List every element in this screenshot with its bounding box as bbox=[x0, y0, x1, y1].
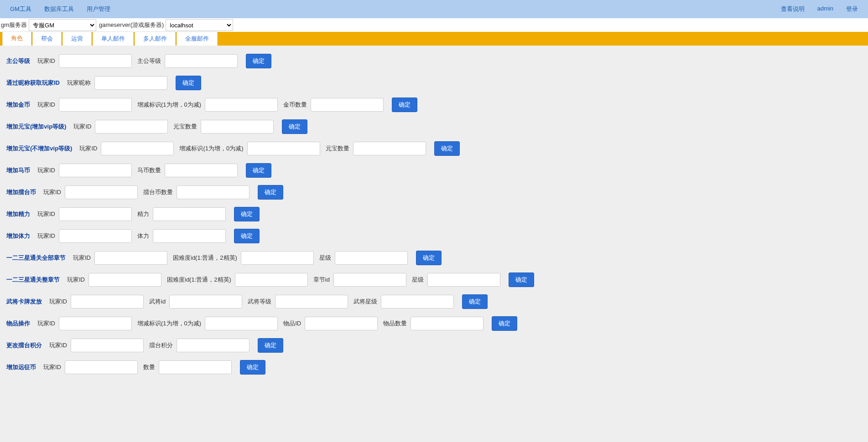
field-input-10-3[interactable] bbox=[427, 273, 500, 287]
form-row-1: 通过昵称获取玩家ID玩家昵称确定 bbox=[6, 76, 862, 90]
confirm-button[interactable]: 确定 bbox=[240, 360, 265, 375]
nav-right: 查看说明 admin 登录 bbox=[774, 0, 864, 18]
game-server-select[interactable]: localhsot bbox=[166, 19, 233, 31]
field-label: 主公等级 bbox=[137, 57, 161, 65]
field-input-13-1[interactable] bbox=[177, 339, 249, 352]
server-bar: gm服务器 专服GM gameserver(游戏服务器) localhsot bbox=[0, 18, 868, 32]
confirm-button[interactable]: 确定 bbox=[434, 141, 460, 156]
field-input-2-2[interactable] bbox=[311, 98, 384, 112]
field-input-14-0[interactable] bbox=[65, 360, 138, 374]
field-input-11-0[interactable] bbox=[71, 295, 144, 308]
field-label: 精力 bbox=[137, 210, 149, 218]
field-input-5-1[interactable] bbox=[165, 164, 238, 177]
field-label: 玩家ID bbox=[37, 101, 55, 109]
field-input-8-1[interactable] bbox=[153, 229, 226, 243]
nav-login[interactable]: 登录 bbox=[840, 0, 864, 18]
field-label: 增减标识(1为增，0为减) bbox=[179, 144, 243, 153]
confirm-button[interactable]: 确定 bbox=[246, 163, 271, 178]
nav-gm-tools[interactable]: GM工具 bbox=[4, 0, 38, 18]
tab-3[interactable]: 单人邮件 bbox=[93, 31, 134, 46]
confirm-button[interactable]: 确定 bbox=[282, 119, 307, 134]
form-row-4: 增加元宝(不增加vip等级)玩家ID增减标识(1为增，0为减)元宝数量确定 bbox=[6, 141, 862, 156]
row-title: 增加马币 bbox=[6, 166, 30, 175]
tab-2[interactable]: 运营 bbox=[62, 31, 92, 46]
field-label: 擂台币数量 bbox=[143, 188, 173, 196]
field-input-0-1[interactable] bbox=[165, 54, 238, 68]
field-input-9-2[interactable] bbox=[335, 251, 408, 265]
gm-server-label: gm服务器 bbox=[0, 21, 27, 29]
form-row-7: 增加精力玩家ID精力确定 bbox=[6, 207, 862, 221]
row-title: 通过昵称获取玩家ID bbox=[6, 79, 60, 87]
field-input-12-2[interactable] bbox=[305, 317, 378, 330]
field-label: 元宝数量 bbox=[173, 123, 197, 131]
tab-0[interactable]: 角色 bbox=[2, 31, 31, 46]
field-label: 物品数量 bbox=[383, 319, 407, 328]
field-input-0-0[interactable] bbox=[59, 54, 132, 68]
field-input-12-0[interactable] bbox=[59, 317, 132, 330]
tab-5[interactable]: 全服邮件 bbox=[177, 31, 218, 46]
field-input-13-0[interactable] bbox=[71, 339, 144, 352]
field-input-4-1[interactable] bbox=[247, 142, 320, 155]
row-title: 武将卡牌发放 bbox=[6, 298, 42, 306]
nav-user-mgmt[interactable]: 用户管理 bbox=[80, 0, 117, 18]
field-input-5-0[interactable] bbox=[59, 164, 132, 177]
field-label: 玩家ID bbox=[43, 363, 61, 371]
field-label: 玩家ID bbox=[73, 254, 91, 262]
field-label: 困难度id(1:普通，2精英) bbox=[173, 254, 237, 262]
confirm-button[interactable]: 确定 bbox=[246, 54, 271, 68]
field-input-10-1[interactable] bbox=[235, 273, 308, 287]
form-row-8: 增加体力玩家ID体力确定 bbox=[6, 229, 862, 243]
field-input-10-2[interactable] bbox=[333, 273, 406, 287]
row-title: 一二三星通关整章节 bbox=[6, 276, 60, 284]
field-input-8-0[interactable] bbox=[59, 229, 132, 243]
field-input-3-1[interactable] bbox=[201, 120, 274, 134]
field-input-4-0[interactable] bbox=[101, 142, 174, 155]
field-label: 玩家ID bbox=[43, 188, 61, 196]
confirm-button[interactable]: 确定 bbox=[509, 272, 534, 287]
confirm-button[interactable]: 确定 bbox=[392, 98, 417, 112]
gm-server-select[interactable]: 专服GM bbox=[29, 19, 96, 31]
confirm-button[interactable]: 确定 bbox=[258, 185, 283, 200]
confirm-button[interactable]: 确定 bbox=[234, 207, 260, 221]
confirm-button[interactable]: 确定 bbox=[176, 76, 201, 90]
confirm-button[interactable]: 确定 bbox=[234, 229, 260, 243]
field-input-12-1[interactable] bbox=[205, 317, 278, 330]
tab-1[interactable]: 帮会 bbox=[32, 31, 62, 46]
field-input-6-0[interactable] bbox=[65, 185, 138, 199]
field-input-14-1[interactable] bbox=[159, 360, 232, 374]
nav-admin[interactable]: admin bbox=[811, 0, 840, 18]
confirm-button[interactable]: 确定 bbox=[492, 316, 517, 331]
nav-left: GM工具 数据库工具 用户管理 bbox=[4, 0, 117, 18]
field-input-3-0[interactable] bbox=[95, 120, 168, 134]
confirm-button[interactable]: 确定 bbox=[416, 251, 442, 265]
field-input-4-2[interactable] bbox=[353, 142, 426, 155]
field-input-6-1[interactable] bbox=[177, 185, 249, 199]
confirm-button[interactable]: 确定 bbox=[258, 338, 283, 353]
field-input-12-3[interactable] bbox=[411, 317, 483, 330]
field-input-9-1[interactable] bbox=[241, 251, 314, 265]
field-label: 元宝数量 bbox=[326, 144, 349, 153]
nav-db-tools[interactable]: 数据库工具 bbox=[38, 0, 80, 18]
field-input-11-1[interactable] bbox=[169, 295, 242, 308]
row-title: 增加体力 bbox=[6, 232, 30, 240]
form-row-10: 一二三星通关整章节玩家ID困难度id(1:普通，2精英)章节id星级确定 bbox=[6, 272, 862, 287]
field-input-7-0[interactable] bbox=[59, 207, 132, 221]
top-navbar: GM工具 数据库工具 用户管理 查看说明 admin 登录 bbox=[0, 0, 868, 18]
field-input-2-0[interactable] bbox=[59, 98, 132, 112]
field-input-10-0[interactable] bbox=[88, 273, 161, 287]
field-input-1-0[interactable] bbox=[94, 76, 167, 90]
game-server-label: gameserver(游戏服务器) bbox=[98, 21, 164, 29]
field-input-9-0[interactable] bbox=[94, 251, 167, 265]
row-title: 物品操作 bbox=[6, 319, 30, 328]
field-input-11-2[interactable] bbox=[275, 295, 348, 308]
tab-4[interactable]: 多人邮件 bbox=[135, 31, 176, 46]
form-row-6: 增加擂台币玩家ID擂台币数量确定 bbox=[6, 185, 862, 200]
field-label: 玩家ID bbox=[37, 166, 55, 175]
field-input-11-3[interactable] bbox=[381, 295, 454, 308]
field-label: 武将星级 bbox=[353, 298, 377, 306]
nav-view-docs[interactable]: 查看说明 bbox=[774, 0, 811, 18]
field-input-7-1[interactable] bbox=[153, 207, 226, 221]
field-input-2-1[interactable] bbox=[205, 98, 278, 112]
confirm-button[interactable]: 确定 bbox=[462, 294, 488, 309]
form-row-13: 更改擂台积分玩家ID擂台积分确定 bbox=[6, 338, 862, 353]
